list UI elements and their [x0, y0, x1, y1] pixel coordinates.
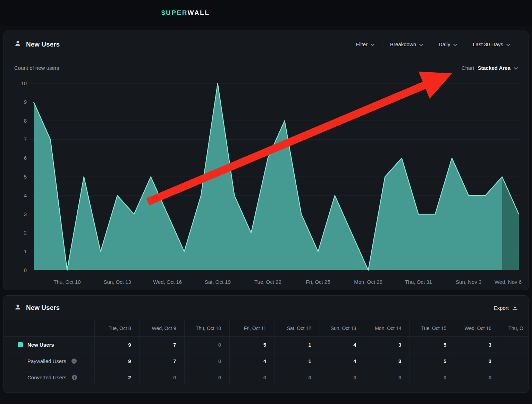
- date-range-dropdown[interactable]: Last 30 Days: [465, 39, 518, 49]
- table-cell-partial: [500, 353, 528, 369]
- table-cell: 2: [94, 369, 140, 385]
- table-panel-header: New Users Export: [4, 296, 528, 320]
- panel-title-text: New Users: [26, 41, 60, 48]
- new-users-area-chart: 012345678910Thu, Oct 10Sun, Oct 13Wed, O…: [4, 74, 529, 290]
- svg-text:1: 1: [24, 248, 27, 254]
- svg-text:Sat, Oct 19: Sat, Oct 19: [205, 279, 231, 285]
- logo-part-teal: $UPER: [161, 9, 188, 16]
- chart-type-label: Chart: [462, 65, 474, 71]
- svg-text:Thu, Oct 10: Thu, Oct 10: [53, 279, 81, 285]
- svg-text:9: 9: [24, 99, 27, 105]
- granularity-dropdown[interactable]: Daily: [431, 39, 465, 49]
- filter-dropdown[interactable]: Filter: [348, 39, 382, 49]
- column-header: Sat, Oct 12: [275, 320, 320, 336]
- svg-text:Fri, Oct 25: Fri, Oct 25: [306, 279, 330, 285]
- table-panel-title-text: New Users: [26, 304, 60, 312]
- info-icon[interactable]: [71, 374, 77, 380]
- svg-text:8: 8: [24, 118, 27, 124]
- table-row: Converted Users200000000: [4, 369, 528, 385]
- table-cell: 0: [229, 369, 275, 385]
- svg-text:3: 3: [24, 211, 27, 217]
- svg-text:7: 7: [24, 136, 27, 142]
- series-swatch: [18, 342, 23, 347]
- chart-type-dropdown[interactable]: Chart Stacked Area: [462, 65, 518, 71]
- svg-text:Tue, Oct 22: Tue, Oct 22: [254, 279, 281, 285]
- new-users-data-table: Tue, Oct 8Wed, Oct 9Thu, Oct 10Fri, Oct …: [4, 320, 528, 385]
- column-header: Fri, Oct 11: [229, 320, 275, 336]
- table-cell: 5: [409, 353, 455, 369]
- table-cell: 0: [184, 337, 229, 353]
- breakdown-label: Breakdown: [390, 41, 416, 47]
- svg-text:Mon, Oct 28: Mon, Oct 28: [354, 279, 382, 285]
- table-cell: 7: [139, 337, 184, 353]
- svg-text:0: 0: [24, 267, 27, 273]
- svg-text:2: 2: [24, 230, 27, 236]
- breakdown-dropdown[interactable]: Breakdown: [382, 39, 431, 49]
- svg-text:5: 5: [24, 174, 27, 180]
- table-cell: 0: [139, 369, 184, 385]
- table-cell: 9: [94, 353, 140, 369]
- table-cell: 0: [184, 353, 229, 369]
- table-cell: 4: [320, 337, 365, 353]
- table-cell: 1: [275, 337, 320, 353]
- table-cell: 4: [229, 353, 275, 369]
- table-row: New Users970514353: [4, 336, 528, 353]
- column-header: Wed, Oct 9: [139, 320, 184, 336]
- column-header: Tue, Oct 15: [409, 320, 455, 336]
- export-label: Export: [494, 305, 509, 311]
- table-cell-partial: [500, 369, 528, 385]
- new-users-table-panel: New Users Export Tue, Oct 8Wed, Oct 9Thu…: [3, 295, 529, 393]
- column-header: Tue, Oct 8: [94, 320, 140, 336]
- table-panel-title: New Users: [14, 304, 60, 312]
- chart-controls: Filter Breakdown Daily Last 30 Days: [348, 39, 518, 49]
- chevron-down-icon: [453, 41, 457, 47]
- table-cell: 0: [409, 369, 455, 385]
- table-cell: 3: [365, 337, 410, 353]
- column-header: Thu, Oct 10: [184, 320, 229, 336]
- filter-label: Filter: [356, 41, 368, 47]
- table-cell: 5: [229, 337, 275, 353]
- chart-sub-row: Count of new users Chart Stacked Area: [14, 64, 518, 71]
- row-label-cell: New Users: [4, 337, 94, 353]
- svg-text:Thu, Oct 31: Thu, Oct 31: [405, 279, 432, 285]
- table-cell: 4: [320, 353, 365, 369]
- table-header-row: Tue, Oct 8Wed, Oct 9Thu, Oct 10Fri, Oct …: [4, 320, 528, 336]
- svg-text:Sun, Oct 13: Sun, Oct 13: [103, 279, 131, 285]
- chevron-down-icon: [514, 65, 518, 71]
- column-header: Sun, Oct 13: [320, 320, 365, 336]
- table-cell: 1: [275, 353, 320, 369]
- table-cell: 0: [365, 369, 410, 385]
- row-label: Converted Users: [27, 374, 67, 380]
- export-button[interactable]: Export: [494, 305, 518, 311]
- column-header: Mon, Oct 14: [365, 320, 410, 336]
- top-nav: $UPERWALL: [0, 0, 532, 26]
- table-row: Paywalled Users970414353: [4, 353, 528, 369]
- chevron-down-icon: [371, 41, 374, 47]
- chart-subtitle: Count of new users: [14, 65, 59, 71]
- chevron-down-icon: [419, 41, 423, 47]
- column-header-partial: Thu, O: [500, 320, 528, 336]
- table-cell: 3: [365, 353, 410, 369]
- table-cell: 0: [275, 369, 320, 385]
- row-label: Paywalled Users: [27, 358, 66, 364]
- info-icon[interactable]: [71, 358, 77, 364]
- download-icon: [512, 305, 518, 311]
- table-cell: 0: [184, 369, 229, 385]
- chart-type-value: Stacked Area: [478, 65, 511, 71]
- superwall-logo[interactable]: $UPERWALL: [161, 9, 210, 17]
- svg-text:4: 4: [24, 192, 27, 198]
- row-label: New Users: [27, 342, 54, 348]
- table-cell: 9: [94, 337, 140, 353]
- table-cell: 3: [455, 337, 500, 353]
- chevron-down-icon: [506, 41, 510, 47]
- date-range-label: Last 30 Days: [473, 41, 503, 47]
- svg-text:6: 6: [24, 155, 27, 161]
- corner-header-cell: [4, 320, 94, 336]
- svg-text:Wed, Oct 16: Wed, Oct 16: [153, 279, 182, 285]
- table-cell: 0: [320, 369, 365, 385]
- table-cell: 7: [139, 353, 184, 369]
- row-label-cell: Paywalled Users: [4, 353, 94, 369]
- panel-title: New Users: [14, 40, 60, 49]
- svg-text:Sun, Nov 3: Sun, Nov 3: [456, 279, 481, 285]
- user-icon: [14, 304, 21, 312]
